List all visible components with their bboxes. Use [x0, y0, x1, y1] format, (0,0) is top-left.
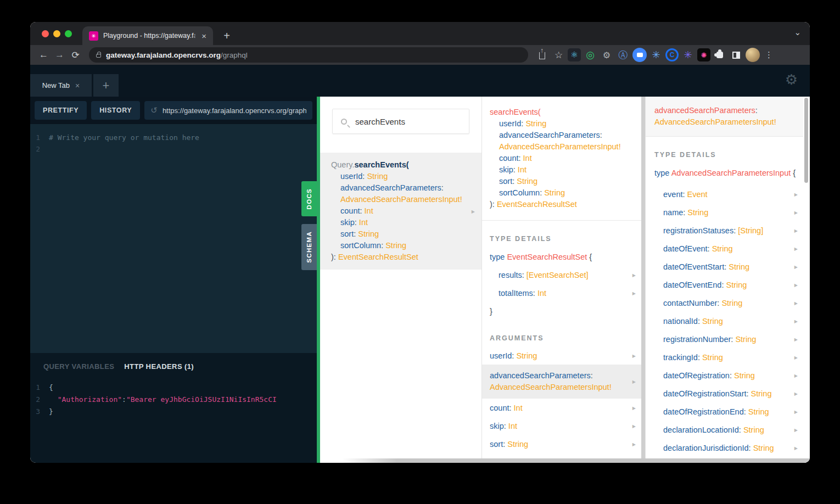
history-button[interactable]: HISTORY	[91, 101, 140, 120]
reload-button[interactable]: ⟳	[68, 47, 83, 63]
chevron-right-icon: ▶	[472, 205, 475, 217]
browser-window: ✳ Playground - https://gateway.fa × + ⌄ …	[30, 22, 810, 463]
browser-toolbar: ← → ⟳ gateway.farajaland.opencrvs.org/gr…	[30, 45, 810, 65]
type-details-heading: TYPE DETAILS	[646, 137, 803, 159]
url-text: gateway.farajaland.opencrvs.org/graphql	[106, 51, 248, 59]
docs-scrollbar[interactable]	[641, 97, 645, 463]
tab-query-variables[interactable]: QUERY VARIABLES	[43, 361, 114, 373]
c-circle-icon[interactable]: C	[665, 48, 679, 61]
close-window-button[interactable]	[42, 30, 49, 37]
window-controls	[42, 22, 72, 45]
side-panel-icon[interactable]	[729, 48, 743, 62]
headers-editor[interactable]: 1{2 "Authorization":"Bearer eyJhbGciOiJS…	[30, 382, 317, 418]
back-button[interactable]: ←	[36, 47, 52, 63]
editor-column: PRETTIFY HISTORY ↺ https://gateway.faraj…	[30, 97, 317, 463]
maximize-window-button[interactable]	[65, 30, 72, 37]
variables-tabs: QUERY VARIABLES HTTP HEADERS (1)	[30, 361, 317, 373]
tab-http-headers[interactable]: HTTP HEADERS (1)	[124, 361, 194, 373]
browser-tab-title: Playground - https://gateway.fa	[103, 32, 195, 40]
docs-search-column: Query.searchEvents(userId: Stringadvance…	[320, 97, 481, 463]
docs-right-rail	[803, 97, 809, 463]
graphql-favicon: ✳	[89, 31, 98, 41]
docs-field-column: searchEvents(userId: StringadvancedSearc…	[481, 97, 641, 463]
field-signature: searchEvents(userId: StringadvancedSearc…	[482, 97, 641, 221]
browser-tabstrip: ✳ Playground - https://gateway.fa × + ⌄	[30, 22, 810, 45]
input-field-list[interactable]: event: Event▶name: String▶registrationSt…	[646, 185, 803, 457]
asterisk-purple-icon[interactable]: ✳	[681, 48, 695, 62]
endpoint-url: https://gateway.farajaland.opencrvs.org/…	[163, 107, 306, 115]
bookmark-star-icon[interactable]: ☆	[551, 48, 566, 63]
type-close-brace: }	[482, 302, 641, 320]
playground-add-tab-button[interactable]: +	[93, 74, 119, 97]
browser-menu-icon[interactable]: ⋮	[761, 48, 776, 63]
docs-search-input[interactable]	[354, 116, 466, 127]
tab-docs[interactable]: DOCS	[301, 181, 317, 216]
forward-button[interactable]: →	[52, 47, 68, 63]
search-icon	[341, 119, 347, 125]
tab-close-icon[interactable]: ×	[200, 32, 208, 40]
share-icon[interactable]	[535, 48, 550, 63]
horizontal-scrollbar[interactable]	[320, 458, 810, 463]
prettify-button[interactable]: PRETTIFY	[35, 101, 87, 120]
type-declaration: type EventSearchResultSet {	[482, 243, 641, 261]
a-circle-icon[interactable]: Ⓐ	[616, 48, 630, 62]
vertical-scrollbar[interactable]	[804, 98, 808, 183]
docs-search-box	[332, 109, 469, 134]
arguments-heading: ARGUMENTS	[482, 320, 641, 342]
playground-tab-close-icon[interactable]: ×	[75, 81, 80, 90]
docs-panel: Query.searchEvents(userId: Stringadvance…	[320, 97, 810, 463]
argument-list[interactable]: userId: String▶advancedSearchParameters:…	[482, 346, 641, 453]
minimize-window-button[interactable]	[53, 30, 60, 37]
tab-schema[interactable]: SCHEMA	[301, 224, 317, 270]
playground-header: New Tab × + ⚙	[30, 65, 810, 97]
endpoint-input[interactable]: ↺ https://gateway.farajaland.opencrvs.or…	[144, 101, 312, 120]
address-bar[interactable]: gateway.farajaland.opencrvs.org/graphql	[89, 47, 528, 63]
playground-tab[interactable]: New Tab ×	[30, 74, 92, 97]
input-type-declaration: type AdvancedSearchParametersInput {	[646, 159, 803, 177]
tab-search-chevron-icon[interactable]: ⌄	[794, 27, 801, 37]
type-details-heading: TYPE DETAILS	[482, 221, 641, 243]
variables-pane: QUERY VARIABLES HTTP HEADERS (1) 1{2 "Au…	[30, 353, 317, 463]
query-editor[interactable]: 1# Write your query or mutation here2	[30, 124, 317, 353]
refresh-schema-icon[interactable]: ↺	[150, 105, 158, 115]
argument-signature: advancedSearchParameters:AdvancedSearchP…	[646, 97, 803, 137]
browser-tab[interactable]: ✳ Playground - https://gateway.fa ×	[82, 26, 213, 45]
toolbar-icons: ☆ ⚛◎⚙Ⓐ✳C✳✺ ⋮	[535, 48, 776, 63]
settings-gear-icon[interactable]: ⚙	[785, 71, 798, 88]
playground-tab-label: New Tab	[42, 81, 70, 89]
profile-avatar[interactable]	[746, 48, 760, 62]
lock-icon[interactable]	[96, 54, 101, 58]
new-tab-button[interactable]: +	[219, 27, 235, 44]
puzzle-extensions-icon[interactable]	[713, 48, 727, 62]
docs-argument-column: advancedSearchParameters:AdvancedSearchP…	[645, 97, 803, 463]
zoom-camera-icon[interactable]	[632, 48, 647, 62]
editor-topbar: PRETTIFY HISTORY ↺ https://gateway.faraj…	[30, 97, 317, 124]
react-devtools-icon[interactable]: ⚛	[568, 48, 581, 61]
target-icon[interactable]: ◎	[583, 48, 597, 62]
asterisk-blue-icon[interactable]: ✳	[649, 48, 663, 62]
extension-icons: ⚛◎⚙Ⓐ✳C✳✺	[568, 48, 760, 62]
colorful-logo-icon[interactable]: ✺	[697, 48, 710, 61]
playground-main: PRETTIFY HISTORY ↺ https://gateway.faraj…	[30, 97, 810, 463]
search-result-item[interactable]: Query.searchEvents(userId: Stringadvance…	[320, 153, 481, 270]
gear-extension-icon[interactable]: ⚙	[600, 48, 614, 62]
type-field-list[interactable]: results: [EventSearchSet]▶totalItems: In…	[482, 266, 641, 302]
